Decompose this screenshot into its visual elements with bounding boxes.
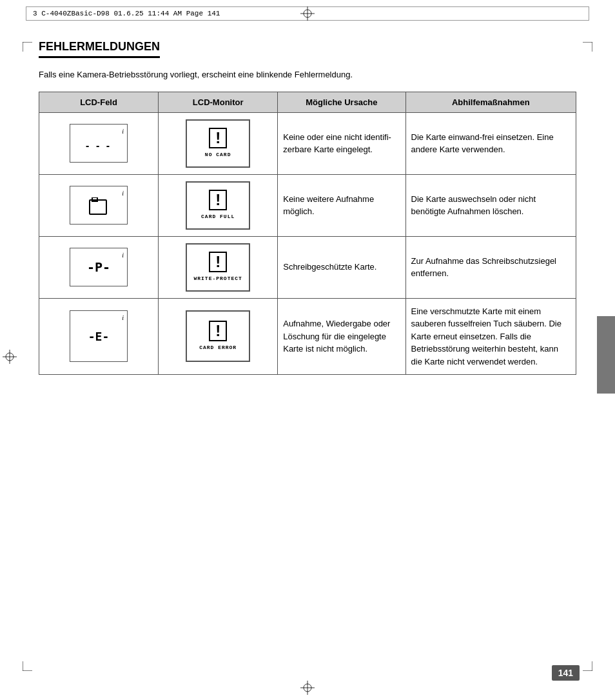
header-text: 3 C-4040ZBasic-D98 01.6.25 11:44 AM Page… — [33, 10, 220, 17]
monitor-label-3: WRITE-PROTECT — [193, 275, 242, 283]
ursache-1: Keine oder eine nicht identifi­zerbare K… — [278, 112, 405, 174]
page-title: FEHLERMELDUNGEN — [39, 40, 160, 58]
lcd-field-box-3: i -P- — [70, 248, 128, 286]
lcd-field-write-protect: i -P- — [39, 236, 159, 298]
exclaim-icon-3: ! — [209, 252, 227, 272]
table-row: i -P- ! WRITE-PROTECT Schreibge­schützte… — [39, 236, 576, 298]
corner-mark-br — [580, 658, 592, 671]
header-crosshair — [300, 6, 315, 21]
lcd-field-no-card: i - - - — [39, 112, 159, 174]
exclaim-icon-1: ! — [209, 128, 227, 148]
exclaim-icon-4: ! — [209, 321, 227, 341]
corner-mark-tr — [580, 42, 592, 55]
lcd-monitor-box-2: ! CARD FULL — [186, 181, 250, 230]
lcd-dashes-1: - - - — [86, 138, 112, 154]
monitor-label-2: CARD FULL — [201, 213, 235, 221]
info-icon-2: i — [122, 188, 124, 198]
info-icon-4: i — [122, 313, 124, 323]
page-container: 3 C-4040ZBasic-D98 01.6.25 11:44 AM Page… — [0, 6, 615, 700]
corner-mark-bl — [23, 658, 35, 671]
error-table: LCD-Feld LCD-Monitor Mögliche Ursache Ab… — [39, 92, 576, 375]
col-abhilfe: Abhilfemaß­nahmen — [405, 92, 576, 112]
intro-text: Falls eine Kamera-Betriebsstörung vorlie… — [39, 68, 576, 81]
lcd-monitor-no-card: ! NO CARD — [159, 112, 278, 174]
lcd-field-card-error: i -E- — [39, 298, 159, 375]
lcd-monitor-write-protect: ! WRITE-PROTECT — [159, 236, 278, 298]
lcd-field-box-2: i — [70, 186, 128, 225]
table-row: i ! CARD FULL — [39, 174, 576, 236]
abhilfe-2: Die Karte aus­wechseln oder nicht benöti… — [405, 174, 576, 236]
ursache-2: Keine weitere Aufnahme möglich. — [278, 174, 405, 236]
col-lcd-monitor: LCD-Monitor — [159, 92, 278, 112]
exclaim-icon-2: ! — [209, 190, 227, 210]
lcd-monitor-box-1: ! NO CARD — [186, 119, 250, 168]
corner-mark-tl — [23, 42, 35, 55]
lcd-field-box-4: i -E- — [70, 310, 128, 362]
abhilfe-1: Die Karte einwand-frei einsetzen. Eine a… — [405, 112, 576, 174]
lcd-monitor-box-3: ! WRITE-PROTECT — [186, 243, 250, 292]
lcd-p-symbol: -P- — [87, 257, 110, 277]
main-content: FEHLERMELDUNGEN Falls eine Kamera-Betrie… — [0, 21, 615, 401]
header-bar: 3 C-4040ZBasic-D98 01.6.25 11:44 AM Page… — [26, 6, 589, 21]
abhilfe-3: Zur Aufnahme das Schreib­schutzsiegel en… — [405, 236, 576, 298]
info-icon-3: i — [122, 250, 124, 260]
monitor-label-1: NO CARD — [205, 151, 231, 159]
ursache-4: Aufnahme, Wiedergabe oder Löschung für d… — [278, 298, 405, 375]
ursache-3: Schreibge­schützte Karte. — [278, 236, 405, 298]
bottom-crosshair — [300, 681, 315, 695]
lcd-e-symbol: -E- — [88, 328, 110, 345]
lcd-monitor-card-full: ! CARD FULL — [159, 174, 278, 236]
col-lcd-feld: LCD-Feld — [39, 92, 159, 112]
lcd-monitor-box-4: ! CARD ERROR — [186, 310, 250, 362]
lcd-field-card-full: i — [39, 174, 159, 236]
side-tab — [597, 316, 615, 394]
page-number: 141 — [552, 665, 580, 681]
svg-rect-20 — [90, 200, 106, 214]
info-icon-1: i — [122, 126, 124, 136]
col-ursache: Mögliche Ursache — [278, 92, 405, 112]
table-row: i -E- ! CARD ERROR Aufnahme, Wiedergabe … — [39, 298, 576, 375]
table-row: i - - - ! NO CARD Keine oder eine nicht … — [39, 112, 576, 174]
lcd-monitor-card-error: ! CARD ERROR — [159, 298, 278, 375]
monitor-label-4: CARD ERROR — [199, 344, 237, 352]
left-crosshair — [3, 350, 17, 364]
abhilfe-4: Eine verschmutzte Karte mit einem sauber… — [405, 298, 576, 375]
card-icon — [88, 197, 109, 217]
lcd-field-box-1: i - - - — [70, 124, 128, 163]
